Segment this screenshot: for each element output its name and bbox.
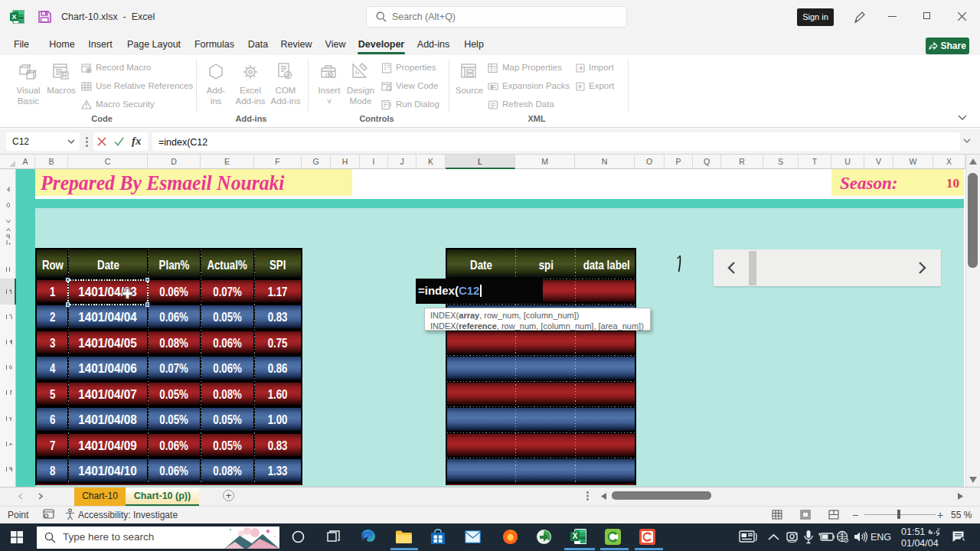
svg-text:0: 0 bbox=[491, 85, 493, 90]
svg-text:X: X bbox=[573, 532, 578, 540]
svg-text:X: X bbox=[11, 12, 17, 21]
